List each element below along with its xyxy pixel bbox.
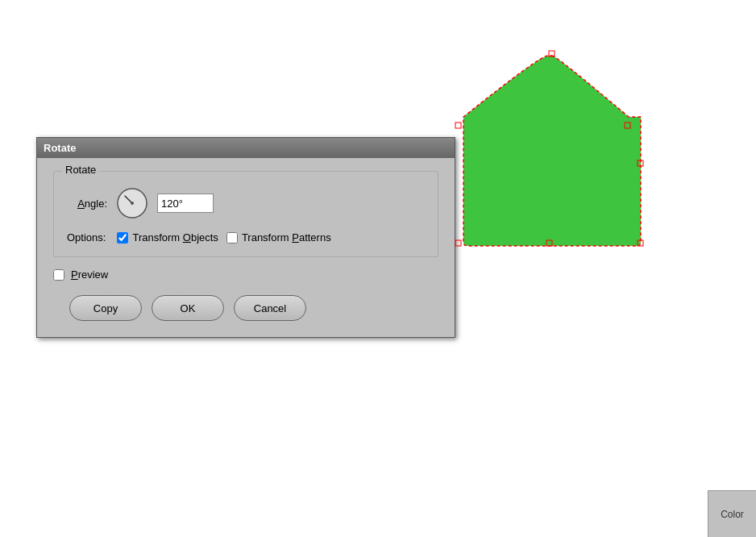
ok-button[interactable]: OK [152,295,224,321]
rotate-group: Rotate Angle: [53,171,438,257]
options-row: Options: Transform Objects Transform Pat… [67,231,425,244]
dial-svg [115,186,149,220]
svg-rect-9 [455,123,461,128]
angle-label: Angle: [67,198,107,210]
copy-button[interactable]: Copy [69,295,142,321]
transform-patterns-label[interactable]: Transform Patterns [242,231,331,244]
color-panel-label: Color [721,509,744,520]
rotate-dialog: Rotate Rotate Angle: [36,137,455,338]
options-label: Options: [67,231,106,244]
dialog-title: Rotate [44,142,76,154]
shape-svg [451,44,653,254]
transform-objects-group: Transform Objects [117,231,218,244]
dialog-titlebar: Rotate [37,138,455,158]
transform-objects-label[interactable]: Transform Objects [132,231,218,244]
preview-checkbox[interactable] [53,269,64,281]
preview-row: Preview [53,268,438,281]
transform-patterns-checkbox[interactable] [226,232,238,244]
angle-row: Angle: [67,186,425,220]
svg-rect-8 [455,240,461,246]
dialog-body: Rotate Angle: [37,158,455,337]
canvas-shape [451,44,653,256]
transform-patterns-group: Transform Patterns [226,231,331,244]
preview-label[interactable]: Preview [71,268,108,281]
svg-point-2 [131,202,134,205]
color-panel: Color [708,490,756,537]
transform-objects-checkbox[interactable] [117,232,128,244]
buttons-row: Copy OK Cancel [53,295,438,321]
angle-dial[interactable] [115,186,149,220]
rotate-group-label: Rotate [62,164,99,176]
cancel-button[interactable]: Cancel [234,295,306,321]
angle-input[interactable] [157,194,214,213]
